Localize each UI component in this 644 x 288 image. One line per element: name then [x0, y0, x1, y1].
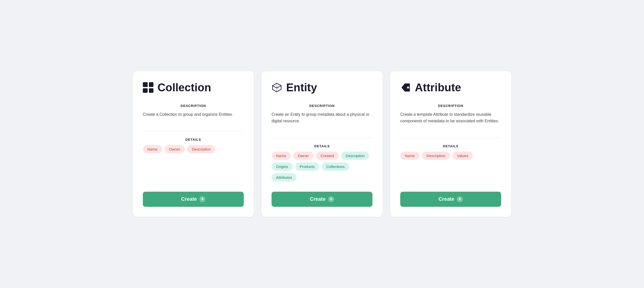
- attribute-create-button[interactable]: Create +: [400, 192, 501, 207]
- entity-create-icon: +: [328, 196, 334, 202]
- attribute-description-label: DESCRIPTION: [400, 104, 501, 108]
- entity-tags: NameOwnerCreatedDescriptionOriginsProduc…: [272, 152, 372, 182]
- attribute-tags: NameDescriptionValues: [400, 152, 501, 160]
- entity-description-section: DESCRIPTION Create an Entity to group me…: [272, 104, 372, 124]
- tag-description: Description: [422, 152, 450, 160]
- attribute-details-section: DETAILS NameDescriptionValues: [400, 144, 501, 182]
- collection-tags: NameOwnerDescription: [143, 145, 244, 153]
- attribute-description-text: Create a template Attribute to standardi…: [400, 111, 501, 124]
- tag-owner: Owner: [293, 152, 313, 160]
- svg-point-0: [407, 87, 409, 89]
- entity-details-section: DETAILS NameOwnerCreatedDescriptionOrigi…: [272, 144, 372, 182]
- collection-description-label: DESCRIPTION: [143, 104, 244, 108]
- collection-title: Collection: [157, 81, 211, 94]
- collection-create-icon: +: [199, 196, 205, 202]
- entity-description-text: Create an Entity to group metadata about…: [272, 111, 372, 124]
- card-attribute: Attribute DESCRIPTION Create a template …: [390, 71, 511, 217]
- entity-divider: [272, 138, 372, 138]
- tag-created: Created: [316, 152, 338, 160]
- tag-products: Products: [295, 162, 319, 171]
- attribute-icon: [400, 82, 411, 93]
- attribute-title: Attribute: [415, 81, 461, 94]
- tag-attributes: Attributes: [272, 173, 297, 182]
- tag-collections: Collections: [322, 162, 349, 171]
- attribute-details-label: DETAILS: [400, 144, 501, 148]
- entity-create-label: Create: [310, 196, 326, 202]
- entity-details-label: DETAILS: [272, 144, 372, 148]
- tag-name: Name: [400, 152, 419, 160]
- collection-details-label: DETAILS: [143, 138, 244, 141]
- tag-owner: Owner: [165, 145, 185, 153]
- collection-description-text: Create a Collection to group and organiz…: [143, 111, 244, 118]
- collection-create-label: Create: [181, 196, 197, 202]
- tag-name: Name: [143, 145, 162, 153]
- collection-description-section: DESCRIPTION Create a Collection to group…: [143, 104, 244, 118]
- card-entity: Entity DESCRIPTION Create an Entity to g…: [261, 71, 383, 217]
- collection-divider: [143, 131, 244, 132]
- tag-description: Description: [341, 152, 369, 160]
- entity-header: Entity: [272, 81, 372, 94]
- collection-icon: [143, 82, 153, 93]
- attribute-divider: [400, 138, 501, 138]
- card-collection: Collection DESCRIPTION Create a Collecti…: [133, 71, 254, 217]
- tag-origins: Origins: [272, 162, 293, 171]
- collection-header: Collection: [143, 81, 244, 94]
- attribute-header: Attribute: [400, 81, 501, 94]
- attribute-create-icon: +: [457, 196, 463, 202]
- entity-description-label: DESCRIPTION: [272, 104, 372, 108]
- entity-icon: [272, 82, 282, 93]
- attribute-description-section: DESCRIPTION Create a template Attribute …: [400, 104, 501, 124]
- collection-create-button[interactable]: Create +: [143, 192, 244, 207]
- attribute-create-label: Create: [439, 196, 454, 202]
- tag-description: Description: [187, 145, 215, 153]
- collection-details-section: DETAILS NameOwnerDescription: [143, 138, 244, 182]
- entity-create-button[interactable]: Create +: [272, 192, 372, 207]
- tag-name: Name: [272, 152, 291, 160]
- tag-values: Values: [452, 152, 473, 160]
- entity-title: Entity: [286, 81, 317, 94]
- cards-container: Collection DESCRIPTION Create a Collecti…: [120, 71, 524, 217]
